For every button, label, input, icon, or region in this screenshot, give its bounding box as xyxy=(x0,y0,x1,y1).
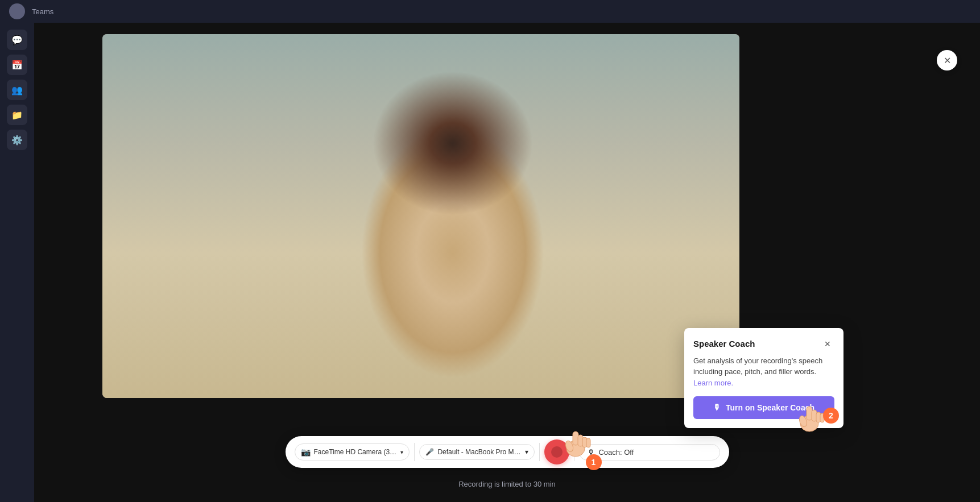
step-badge-1: 1 xyxy=(586,454,602,470)
video-background xyxy=(102,34,739,398)
close-icon: ✕ xyxy=(944,55,951,66)
main-content: ✕ Speaker Coach ✕ Get analysis of your r… xyxy=(34,23,980,502)
recording-limit-text: Recording is limited to 30 min xyxy=(458,480,556,488)
sidebar-teams-icon[interactable]: 👥 xyxy=(7,80,27,100)
mic-selector[interactable]: 🎤 Default - MacBook Pro Microphone (... … xyxy=(419,444,535,460)
camera-chevron: ▾ xyxy=(400,449,403,455)
mic-icon: 🎤 xyxy=(425,448,434,456)
popup-close-button[interactable]: ✕ xyxy=(821,337,834,351)
mic-label: Default - MacBook Pro Microphone (... xyxy=(437,448,522,456)
app-title: Teams xyxy=(32,7,53,16)
popup-learn-more-link[interactable]: Learn more. xyxy=(693,379,733,387)
cta-label: Turn on Speaker Coach xyxy=(726,403,814,412)
top-bar: Teams xyxy=(0,0,980,23)
mic-chevron: ▾ xyxy=(525,448,528,456)
sidebar-calendar-icon[interactable]: 📅 xyxy=(7,55,27,75)
divider-2 xyxy=(539,443,540,461)
record-button-inner xyxy=(551,446,563,458)
camera-selector[interactable]: 📷 FaceTime HD Camera (3A71:F4B5) ▾ xyxy=(295,443,410,460)
camera-icon: 📷 xyxy=(301,447,311,457)
sidebar-chat-icon[interactable]: 💬 xyxy=(7,30,27,50)
popup-close-icon: ✕ xyxy=(824,339,831,349)
popup-title: Speaker Coach xyxy=(693,339,755,349)
divider-1 xyxy=(414,443,415,461)
sidebar: 💬 📅 👥 📁 ⚙️ xyxy=(0,23,34,502)
control-bar: 📷 FaceTime HD Camera (3A71:F4B5) ▾ 🎤 Def… xyxy=(286,436,729,468)
app-logo xyxy=(9,3,25,19)
coach-icon: 🎙 xyxy=(713,403,721,412)
divider-3 xyxy=(574,443,574,461)
sidebar-files-icon[interactable]: 📁 xyxy=(7,105,27,125)
video-preview xyxy=(102,34,739,398)
coach-status-label: Coach: Off xyxy=(598,448,634,457)
turn-on-speaker-coach-button[interactable]: 🎙 Turn on Speaker Coach xyxy=(693,396,834,419)
popup-header: Speaker Coach ✕ xyxy=(693,337,834,351)
person-video xyxy=(102,34,739,398)
close-button[interactable]: ✕ xyxy=(937,50,957,70)
record-button[interactable] xyxy=(544,439,569,464)
sidebar-settings-icon[interactable]: ⚙️ xyxy=(7,130,27,150)
speaker-coach-popup: Speaker Coach ✕ Get analysis of your rec… xyxy=(684,328,843,429)
popup-description: Get analysis of your recording's speech … xyxy=(693,355,834,389)
step-badge-2: 2 xyxy=(823,408,839,424)
camera-label: FaceTime HD Camera (3A71:F4B5) xyxy=(314,448,398,456)
